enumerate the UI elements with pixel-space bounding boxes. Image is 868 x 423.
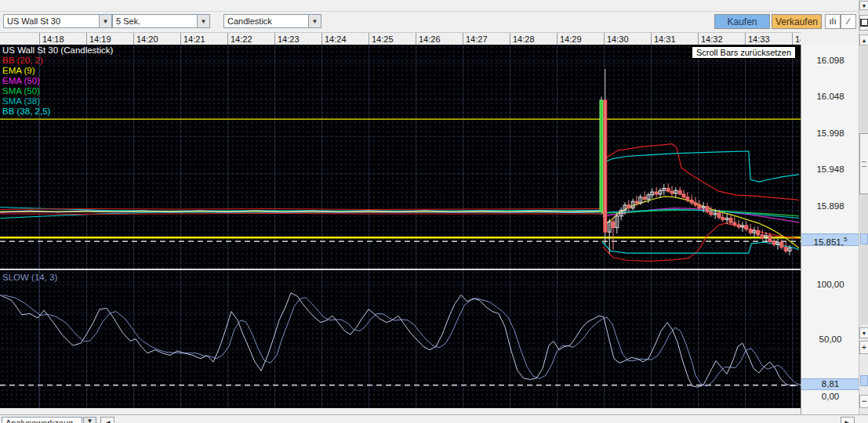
window-top-strip [0,0,868,12]
time-tick [604,33,605,45]
stoch-tick-label: 100,00 [801,280,859,289]
time-label: 14:31 [654,34,676,44]
chart-type-dropdown[interactable]: Candlestick ▼ [223,14,321,28]
time-label: 14:18 [42,34,64,44]
time-tick [557,33,557,45]
collapse-panel-button[interactable]: ▼ [859,1,868,10]
vertical-scrollbar-handle[interactable] [859,133,868,194]
time-tick [698,33,699,45]
time-label: 14:22 [231,34,252,44]
chart-legend: US Wall St 30 (Candlestick)BB (20, 2)EMA… [2,45,113,117]
zoom-in-button[interactable]: + [859,341,868,354]
chevron-down-icon[interactable]: ▼ [83,417,96,423]
time-tick [274,33,275,45]
legend-item: US Wall St 30 (Candlestick) [2,45,113,56]
instrument-value[interactable]: US Wall St 30 [3,14,99,28]
legend-item: EMA (9) [2,66,113,76]
legend-item: EMA (50) [2,76,113,86]
trading-platform-window: US Wall St 30 ▼ 5 Sek. ▼ Candlestick ▼ K… [0,0,868,423]
time-label: 14:28 [513,34,535,44]
time-tick [369,33,369,45]
scroll-right-button[interactable]: ▶ [841,417,855,423]
chart-toolbar: US Wall St 30 ▼ 5 Sek. ▼ Candlestick ▼ K… [0,12,868,31]
legend-item: SMA (38) [2,96,113,107]
time-label: 14:19 [89,34,111,44]
price-tick-label: 16.098 [801,56,859,65]
main-chart-canvas[interactable] [0,45,801,269]
main-chart-panel[interactable]: US Wall St 30 (Candlestick)BB (20, 2)EMA… [0,45,801,269]
time-tick [463,33,463,45]
legend-item: BB (38, 2,5) [2,107,113,117]
stoch-zero-label: 0,00 [801,392,859,401]
restore-window-button[interactable] [859,15,868,31]
time-label: 14:23 [278,34,300,44]
current-stoch-badge: 8,81 [801,378,859,390]
reset-scrollbars-tooltip: Scroll Bars zurücksetzen [692,46,796,59]
time-tick [792,33,793,45]
chevron-down-icon[interactable]: ▼ [197,14,210,28]
time-tick [510,33,510,45]
buy-button[interactable]: Kaufen [714,14,770,29]
time-tick [416,33,416,45]
time-label: 14:24 [325,34,347,44]
indicator-panel[interactable]: SLOW (14, 3) [0,269,801,409]
time-label: 14:33 [748,34,770,44]
stochastic-legend: SLOW (14, 3) [2,273,57,282]
scroll-down-button[interactable]: ▼ [859,327,868,338]
time-label: 14:30 [607,34,629,44]
time-tick [133,33,134,45]
time-tick [39,33,40,45]
instrument-dropdown[interactable]: US Wall St 30 ▼ [3,14,112,28]
stoch-tick-label: 50,00 [801,334,859,344]
time-tick [180,33,181,45]
sell-button[interactable]: Verkaufen [772,14,822,29]
zoom-out-button[interactable]: − [859,395,868,408]
time-label: 14:25 [372,34,394,44]
time-label: 14:26 [419,34,441,44]
time-tick [227,33,228,45]
price-axis[interactable]: 15.851,5 8,81 0,00 16.09816.04815.99815.… [801,45,859,415]
interval-dropdown[interactable]: 5 Sek. ▼ [112,14,210,28]
scroll-left-button[interactable]: ◀ [100,417,114,423]
legend-item: BB (20, 2) [2,56,113,66]
time-label: 14:20 [136,34,158,44]
scroll-up-button[interactable]: ▲ [859,34,868,45]
restore-icon [860,19,868,27]
time-tick [321,33,322,45]
interval-value[interactable]: 5 Sek. [112,14,197,28]
time-label: 14: [795,34,801,44]
time-label: 14:32 [701,34,723,44]
chevron-down-icon[interactable]: ▼ [99,14,112,28]
time-label: 14:29 [560,34,582,44]
stoch-marker-strip [860,375,868,386]
price-tick-label: 15.948 [801,164,859,174]
price-tick-label: 16.048 [801,92,859,101]
analysis-tool-dropdown[interactable]: Analysewerkzeug [2,417,82,423]
price-marker-strip [860,233,868,244]
tick-chart-icon-button[interactable]: ıǀı [825,14,841,29]
time-tick [651,33,652,45]
chart-type-value[interactable]: Candlestick [223,14,308,28]
price-tick-label: 15.998 [801,128,859,138]
bottom-toolbar: Analysewerkzeug ▼ ◀ ▶ [0,414,868,423]
time-tick [86,33,87,45]
price-tick-label: 15.898 [801,201,859,211]
indicator-canvas[interactable] [0,270,801,408]
line-chart-icon-button[interactable]: ∕ [841,14,856,29]
legend-item: SMA (50) [2,86,113,96]
current-price-badge: 15.851,5 [801,233,859,246]
right-scroll-strip: ▼ ▲ ▼ + − ↻ [859,0,868,423]
time-label: 14:21 [183,34,205,44]
chevron-down-icon[interactable]: ▼ [308,14,321,28]
time-label: 14:27 [466,34,488,44]
time-tick [745,33,746,45]
